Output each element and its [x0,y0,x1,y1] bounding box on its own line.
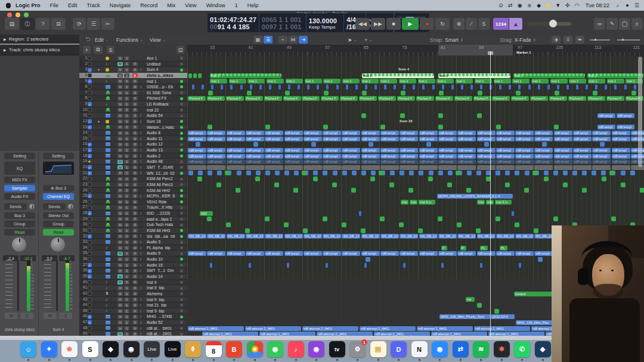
solo-button[interactable]: S [124,119,129,123]
dock-icon-brave[interactable]: B [226,341,242,357]
catch-playhead-icon[interactable]: ⮌ [85,36,91,42]
cycle-button[interactable]: ↻ [435,18,450,30]
solo-button[interactable]: S [124,137,129,141]
region-pitched-f[interactable]: Pitched F [416,96,434,101]
mute-button[interactable]: M [117,143,123,147]
snap-control[interactable]: Snap: Smart⇕ [430,36,463,44]
play-button[interactable]: ▶ [402,18,419,30]
shield-icon[interactable]: ▼ [553,2,563,8]
solo-button[interactable]: S [124,85,129,89]
region-rd8-templ[interactable]: rd8 templ [438,154,457,159]
mute-button[interactable]: M [117,85,123,89]
track-checkbox[interactable] [88,85,92,89]
region-rd8-templ[interactable]: rd8 templ [265,148,283,153]
region-clip[interactable] [294,171,299,175]
region-clip[interactable] [247,91,252,95]
region-rd8-templ[interactable]: rd8 templ [496,148,515,153]
mute-button[interactable]: M [117,315,123,319]
region-clip[interactable] [519,263,521,268]
region-clip[interactable] [476,228,481,233]
record-enable-button[interactable]: R [132,125,138,129]
region-rd8-templ[interactable]: rd8 templ [597,113,615,118]
region-clip[interactable] [409,171,414,175]
region-clip[interactable] [288,85,290,90]
track-row-11[interactable]: 11MSRIAudio 54 [79,113,187,119]
region-clip[interactable] [323,216,327,221]
mute-button[interactable]: M [117,165,123,169]
region-clip[interactable] [456,171,460,175]
region-rd8-templ[interactable]: rd8 templ [554,148,572,153]
region-clip[interactable] [586,85,588,90]
solo-button[interactable]: S [124,217,129,221]
master-volume-knob[interactable] [549,20,557,27]
track-checkbox[interactable] [88,326,92,330]
region-clip[interactable] [494,309,499,314]
region-clip[interactable] [542,142,547,147]
region-rd8-templ[interactable]: rd8 templ [246,154,264,159]
record-enable-button[interactable]: R [132,131,138,135]
region-rd8-templ[interactable]: rd8 templ [573,131,592,135]
track-row-43[interactable]: 43♪MSRIInst 9_bip [79,297,187,303]
region-sn-sb-12[interactable]: SN_SB_12 [380,234,399,239]
zoom-window-button[interactable] [24,13,29,17]
region-rd8-templ[interactable]: rd8 templ [592,137,611,141]
region-clip[interactable] [227,165,245,170]
browsers-button[interactable]: ♬ [631,18,643,30]
mute-button[interactable]: M [117,206,123,210]
strip2-mute-button[interactable]: M [44,313,57,319]
region-clip[interactable] [418,228,423,233]
track-row-29[interactable]: 29MSReast e...laps 2 [79,216,187,222]
mute-button[interactable]: M [117,171,123,175]
track-row-3[interactable]: 3−▼MSRISum 4 [79,67,187,73]
mixer-button[interactable]: ☰ [87,18,100,30]
region-clip[interactable] [359,211,361,216]
region-clip[interactable] [197,177,202,181]
region-clip[interactable] [614,85,617,90]
region-rd8-templ[interactable]: rd8 templ [617,113,634,118]
input-monitor-button[interactable]: I [139,240,143,245]
region-clip[interactable] [505,182,510,187]
mute-button[interactable]: M [117,326,123,330]
mute-button[interactable]: M [117,200,123,204]
mute-button[interactable]: M [117,114,123,118]
region-clip[interactable] [496,165,515,170]
region-clip[interactable] [544,177,549,181]
solo-button[interactable]: S [124,228,129,233]
solo-button[interactable]: S [124,326,129,330]
duplicate-track-button[interactable]: ⧉ [94,46,103,54]
fan-icon[interactable]: ✣ [563,2,572,8]
solo-button[interactable]: S [124,320,129,324]
region-clip[interactable] [566,85,569,90]
dock-icon-facetime[interactable]: ◉ [267,341,283,357]
region-inst-1[interactable]: Inst 1 [531,79,549,83]
region-clip[interactable] [366,257,370,262]
region-clip[interactable] [284,171,289,175]
region-clip[interactable] [298,85,300,90]
region-clip[interactable] [303,228,308,233]
region-clip[interactable] [442,85,444,90]
solo-button[interactable]: S [124,56,129,60]
region-clip[interactable] [253,142,258,147]
region-inst-1[interactable]: Inst 1 [361,79,379,83]
region-clip[interactable] [293,188,298,193]
region-clip[interactable] [361,228,366,233]
region-clip[interactable] [441,263,444,268]
region-rd8-templ[interactable]: rd8 templ [496,131,515,135]
region-clip[interactable] [426,142,431,147]
region-clip[interactable] [631,165,644,170]
strip1-sends-button[interactable]: Sends [4,203,27,210]
region-clip[interactable] [284,222,289,227]
region-clip[interactable] [313,177,318,181]
editors-button[interactable]: ✂ [101,18,114,30]
close-window-button[interactable] [7,13,12,17]
region-rd8-templ[interactable]: rd8 templ [477,251,496,256]
region-clip[interactable] [630,171,635,175]
record-enable-button[interactable]: R [132,108,138,112]
region-rd8-templ[interactable]: rd8 templ [380,154,399,159]
region-rd8-templ[interactable]: rd8 templ [438,137,457,141]
solo-button[interactable]: S [124,292,129,296]
region-clip[interactable] [419,171,423,175]
region-clip[interactable] [480,85,482,90]
region-clip[interactable] [408,188,413,193]
solo-button[interactable]: S [124,154,129,158]
